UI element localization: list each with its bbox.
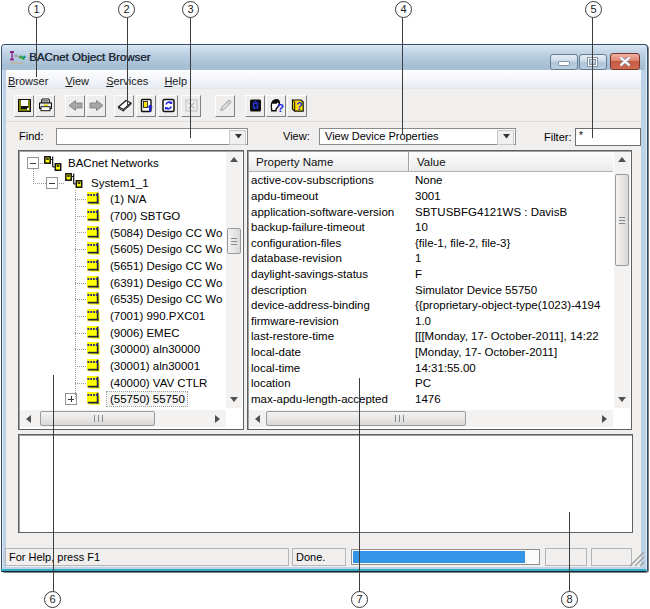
svg-text:?: ?	[296, 100, 302, 112]
svg-text:?: ?	[277, 102, 284, 113]
